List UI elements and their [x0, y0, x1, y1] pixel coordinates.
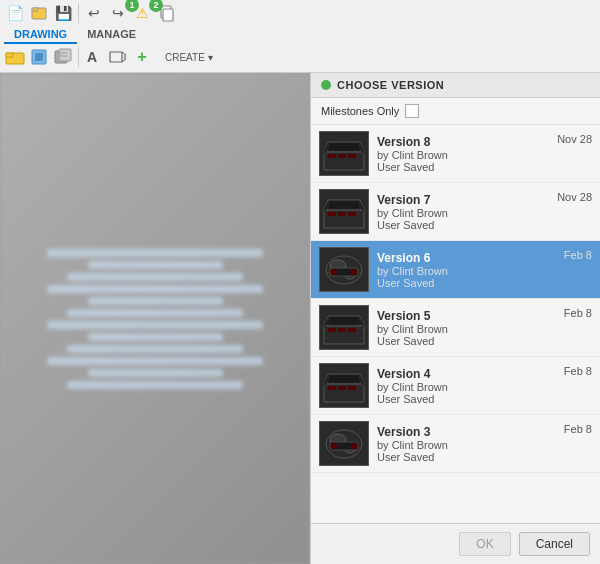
version-date-4: Feb 8	[564, 363, 592, 377]
version-author-3: by Clint Brown	[377, 439, 556, 451]
blur-line-3	[67, 273, 243, 281]
version-type-8: User Saved	[377, 161, 549, 173]
svg-rect-21	[328, 154, 336, 158]
svg-marker-24	[324, 200, 364, 210]
version-item-7[interactable]: Version 7 by Clint Brown User Saved Nov …	[311, 183, 600, 241]
version-info-3: Version 3 by Clint Brown User Saved	[377, 425, 556, 463]
text-icon[interactable]: A	[83, 46, 105, 68]
drawing-canvas[interactable]	[0, 73, 310, 564]
version-info-4: Version 4 by Clint Brown User Saved	[377, 367, 556, 405]
blur-line-11	[88, 369, 223, 377]
version-info-6: Version 6 by Clint Brown User Saved	[377, 251, 556, 289]
blur-line-2	[88, 261, 223, 269]
svg-rect-48	[328, 386, 336, 390]
version-item-5[interactable]: Version 5 by Clint Brown User Saved Feb …	[311, 299, 600, 357]
create-label: CREATE ▾	[165, 52, 213, 63]
svg-rect-29	[338, 212, 346, 216]
panel-title: CHOOSE VERSION	[337, 79, 444, 91]
svg-marker-17	[324, 142, 364, 152]
svg-rect-3	[163, 9, 173, 21]
version-date-7: Nov 28	[557, 189, 592, 203]
svg-rect-7	[35, 53, 43, 61]
version-type-5: User Saved	[377, 335, 556, 347]
svg-rect-49	[338, 386, 346, 390]
version-thumb-8	[319, 131, 369, 176]
component-icon-1[interactable]	[28, 46, 50, 68]
svg-rect-9	[59, 49, 71, 61]
dimension-icon[interactable]	[107, 46, 129, 68]
svg-rect-43	[348, 328, 356, 332]
svg-point-56	[351, 443, 357, 449]
drawing-blur	[0, 73, 310, 564]
svg-rect-1	[32, 8, 38, 11]
version-author-5: by Clint Brown	[377, 323, 556, 335]
version-thumb-3	[319, 421, 369, 466]
version-author-4: by Clint Brown	[377, 381, 556, 393]
folder-icon[interactable]	[4, 46, 26, 68]
version-type-6: User Saved	[377, 277, 556, 289]
blur-line-5	[88, 297, 223, 305]
svg-rect-13	[110, 52, 122, 62]
toolbar-row1: 📄 💾 ↩ ↪ ⚠ 1 2	[4, 2, 596, 26]
version-item-3[interactable]: Version 3 by Clint Brown User Saved Feb …	[311, 415, 600, 473]
milestones-row: Milestones Only	[311, 98, 600, 125]
svg-text:A: A	[87, 49, 97, 65]
blur-line-7	[47, 321, 263, 329]
svg-marker-37	[324, 316, 364, 326]
version-name-8: Version 8	[377, 135, 549, 149]
svg-point-55	[331, 443, 337, 449]
tabs-row: DRAWING MANAGE	[4, 26, 596, 44]
add-icon[interactable]: +	[131, 46, 153, 68]
version-name-5: Version 5	[377, 309, 556, 323]
svg-point-35	[331, 269, 337, 275]
component-icon-2[interactable]	[52, 46, 74, 68]
tab-manage[interactable]: MANAGE	[77, 26, 146, 44]
version-info-7: Version 7 by Clint Brown User Saved	[377, 193, 549, 231]
new-file-icon[interactable]: 📄	[4, 2, 26, 24]
tab-drawing[interactable]: DRAWING	[4, 26, 77, 44]
version-thumb-7	[319, 189, 369, 234]
blur-line-4	[47, 285, 263, 293]
milestones-label: Milestones Only	[321, 105, 399, 117]
svg-rect-22	[338, 154, 346, 158]
cancel-button[interactable]: Cancel	[519, 532, 590, 556]
version-item-8[interactable]: Version 8 by Clint Brown User Saved Nov …	[311, 125, 600, 183]
milestones-checkbox[interactable]	[405, 104, 419, 118]
version-list: Version 8 by Clint Brown User Saved Nov …	[311, 125, 600, 523]
blur-line-6	[67, 309, 243, 317]
version-date-3: Feb 8	[564, 421, 592, 435]
version-item-4[interactable]: Version 4 by Clint Brown User Saved Feb …	[311, 357, 600, 415]
version-type-3: User Saved	[377, 451, 556, 463]
version-author-7: by Clint Brown	[377, 207, 549, 219]
version-author-8: by Clint Brown	[377, 149, 549, 161]
toolbar-row2: A + CREATE ▾	[4, 44, 596, 70]
svg-point-36	[351, 269, 357, 275]
svg-marker-44	[324, 374, 364, 384]
version-info-5: Version 5 by Clint Brown User Saved	[377, 309, 556, 347]
separator1	[78, 3, 79, 23]
svg-rect-50	[348, 386, 356, 390]
save-icon[interactable]: 💾	[52, 2, 74, 24]
version-name-6: Version 6	[377, 251, 556, 265]
svg-rect-28	[328, 212, 336, 216]
blur-line-10	[47, 357, 263, 365]
open-file-icon[interactable]	[28, 2, 50, 24]
version-name-4: Version 4	[377, 367, 556, 381]
version-item-6[interactable]: Version 6 by Clint Brown User Saved Feb …	[311, 241, 600, 299]
copy-container: 2	[155, 2, 177, 24]
version-type-7: User Saved	[377, 219, 549, 231]
version-date-5: Feb 8	[564, 305, 592, 319]
blur-line-12	[67, 381, 243, 389]
svg-rect-42	[338, 328, 346, 332]
version-thumb-4	[319, 363, 369, 408]
version-thumb-6	[319, 247, 369, 292]
main-area: CHOOSE VERSION Milestones Only Version 8…	[0, 73, 600, 564]
version-thumb-5	[319, 305, 369, 350]
undo-icon[interactable]: ↩	[83, 2, 105, 24]
right-panel: CHOOSE VERSION Milestones Only Version 8…	[310, 73, 600, 564]
blur-line-9	[67, 345, 243, 353]
version-date-8: Nov 28	[557, 131, 592, 145]
ok-button[interactable]: OK	[459, 532, 510, 556]
version-date-6: Feb 8	[564, 247, 592, 261]
version-name-3: Version 3	[377, 425, 556, 439]
